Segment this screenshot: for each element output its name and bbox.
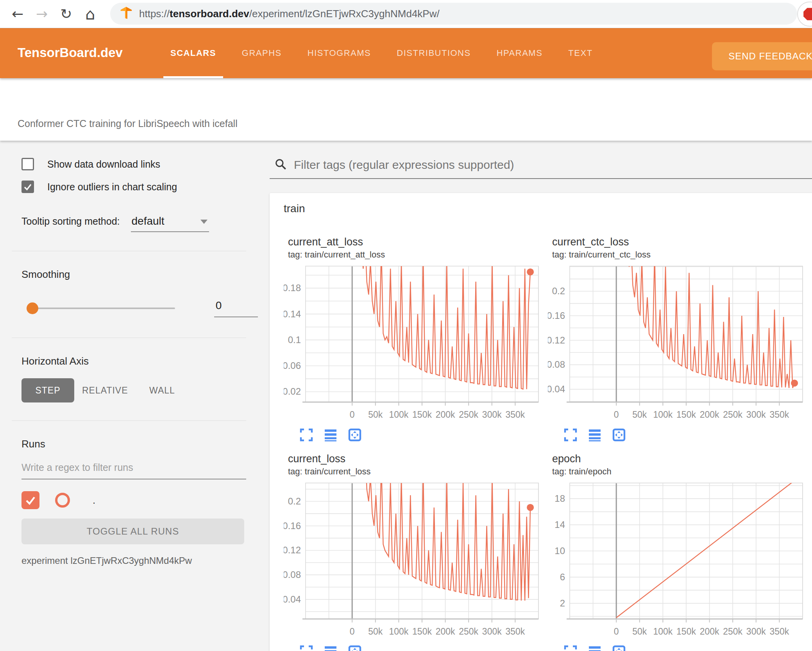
series-line xyxy=(616,480,796,618)
smoothing-slider-thumb[interactable] xyxy=(27,302,38,314)
svg-text:300k: 300k xyxy=(746,626,766,636)
svg-text:0: 0 xyxy=(614,626,619,636)
fullscreen-icon[interactable] xyxy=(299,428,313,442)
svg-text:350k: 350k xyxy=(769,410,789,419)
show-download-checkbox[interactable] xyxy=(21,158,34,170)
chart-tag: tag: train/epoch xyxy=(552,467,812,477)
svg-text:250k: 250k xyxy=(459,626,478,636)
chart-card-current_ctc_loss: current_ctc_losstag: train/current_ctc_l… xyxy=(548,236,812,442)
home-icon[interactable]: ⌂ xyxy=(78,5,102,23)
svg-text:300k: 300k xyxy=(746,410,766,419)
fit-domain-icon[interactable] xyxy=(348,645,362,651)
svg-text:0: 0 xyxy=(614,410,619,419)
tab-graphs[interactable]: GRAPHS xyxy=(240,28,284,78)
svg-text:100k: 100k xyxy=(653,410,672,419)
show-download-row: Show data download links xyxy=(21,158,258,170)
svg-text:100k: 100k xyxy=(389,626,408,636)
tab-scalars[interactable]: SCALARS xyxy=(168,28,218,78)
axis-option-relative[interactable]: RELATIVE xyxy=(74,378,136,402)
svg-text:0.2: 0.2 xyxy=(552,286,565,296)
app-header: TensorBoard.dev SCALARS GRAPHS HISTOGRAM… xyxy=(0,28,812,78)
svg-text:250k: 250k xyxy=(723,410,742,419)
fullscreen-icon[interactable] xyxy=(563,428,578,442)
address-bar[interactable]: https://tensorboard.dev/experiment/lzGnE… xyxy=(110,3,797,25)
axis-option-step[interactable]: STEP xyxy=(21,378,74,402)
search-icon xyxy=(274,158,287,172)
svg-text:100k: 100k xyxy=(389,410,408,419)
run-color-swatch xyxy=(55,493,70,508)
fullscreen-icon[interactable] xyxy=(563,645,578,651)
tab-distributions[interactable]: DISTRIBUTIONS xyxy=(394,28,473,78)
chart-toolbar xyxy=(299,645,548,651)
divider xyxy=(12,338,246,338)
fit-domain-icon[interactable] xyxy=(348,428,362,442)
back-icon[interactable]: ← xyxy=(5,6,30,22)
divider xyxy=(12,251,246,251)
tab-text[interactable]: TEXT xyxy=(566,28,595,78)
toggle-data-icon[interactable] xyxy=(588,645,602,651)
runs-filter-input[interactable] xyxy=(21,462,246,473)
divider xyxy=(12,420,246,421)
ignore-outliers-checkbox[interactable] xyxy=(21,181,34,193)
experiment-id-label: experiment lzGnETjwRxC3yghNMd4kPw xyxy=(21,555,258,566)
reload-icon[interactable]: ↻ xyxy=(54,6,78,22)
extension-badge[interactable] xyxy=(797,2,812,27)
fit-domain-icon[interactable] xyxy=(612,645,626,651)
main-content: train current_att_losstag: train/current… xyxy=(270,141,812,651)
svg-text:200k: 200k xyxy=(436,626,455,636)
filter-tags-input[interactable] xyxy=(294,158,812,172)
chart-plot-epoch[interactable]: 26101418050k100k150k200k250k300k350k xyxy=(548,479,806,636)
check-icon xyxy=(25,494,36,506)
smoothing-label: Smoothing xyxy=(21,268,258,281)
svg-text:300k: 300k xyxy=(482,410,502,419)
smoothing-slider[interactable] xyxy=(27,308,175,309)
fit-domain-icon[interactable] xyxy=(612,428,626,442)
show-download-label: Show data download links xyxy=(47,159,160,170)
chart-plot-current_att_loss[interactable]: 0.020.060.10.140.18050k100k150k200k250k3… xyxy=(284,262,542,419)
svg-text:0.02: 0.02 xyxy=(284,386,301,397)
svg-text:150k: 150k xyxy=(412,626,432,636)
forward-icon[interactable]: → xyxy=(30,6,54,22)
tensorboard-favicon xyxy=(120,6,133,21)
send-feedback-button[interactable]: SEND FEEDBACK xyxy=(712,42,812,70)
chart-card-current_loss: current_losstag: train/current_loss0.040… xyxy=(284,453,548,651)
run-checkbox[interactable] xyxy=(21,491,39,509)
chart-plot-current_ctc_loss[interactable]: 0.040.080.120.160.2050k100k150k200k250k3… xyxy=(548,262,806,419)
toggle-data-icon[interactable] xyxy=(588,428,602,442)
last-point-dot xyxy=(791,379,798,386)
experiment-title: Conformer CTC training for LibriSpeech w… xyxy=(18,118,238,129)
axis-option-wall[interactable]: WALL xyxy=(136,378,189,402)
run-name: . xyxy=(93,494,95,506)
chart-tag: tag: train/current_att_loss xyxy=(288,250,548,260)
settings-sidebar: Show data download links Ignore outliers… xyxy=(0,141,258,651)
toggle-all-runs-button[interactable]: TOGGLE ALL RUNS xyxy=(21,519,244,544)
tab-hparams[interactable]: HPARAMS xyxy=(494,28,545,78)
chart-toolbar xyxy=(299,428,548,442)
tensorboard-page: ← → ↻ ⌂ https://tensorboard.dev/experime… xyxy=(0,0,812,651)
tooltip-sorting-label: Tooltip sorting method: xyxy=(21,216,120,227)
svg-text:250k: 250k xyxy=(723,626,742,636)
svg-text:0.12: 0.12 xyxy=(548,335,565,345)
chart-toolbar xyxy=(563,428,812,442)
brand-logo[interactable]: TensorBoard.dev xyxy=(18,45,123,60)
series-line xyxy=(622,262,795,388)
chevron-down-icon xyxy=(200,220,207,224)
smoothing-control: 0 xyxy=(27,299,258,317)
tooltip-sorting-value: default xyxy=(132,215,165,227)
chart-title: current_loss xyxy=(288,453,548,465)
svg-text:0.04: 0.04 xyxy=(548,384,565,394)
tooltip-sorting-select[interactable]: default xyxy=(131,215,209,232)
chart-title: current_att_loss xyxy=(288,236,548,248)
chart-plot-current_loss[interactable]: 0.040.080.120.160.2050k100k150k200k250k3… xyxy=(284,479,542,636)
svg-text:10: 10 xyxy=(554,545,565,556)
toggle-data-icon[interactable] xyxy=(324,645,338,651)
svg-text:250k: 250k xyxy=(459,410,478,419)
series-line xyxy=(358,479,531,601)
smoothing-value-field[interactable]: 0 xyxy=(214,299,258,317)
fullscreen-icon[interactable] xyxy=(299,645,313,651)
check-icon xyxy=(23,182,32,191)
experiment-title-bar: Conformer CTC training for LibriSpeech w… xyxy=(0,78,812,141)
train-group-label[interactable]: train xyxy=(270,193,812,225)
tab-histograms[interactable]: HISTOGRAMS xyxy=(305,28,374,78)
toggle-data-icon[interactable] xyxy=(324,428,338,442)
